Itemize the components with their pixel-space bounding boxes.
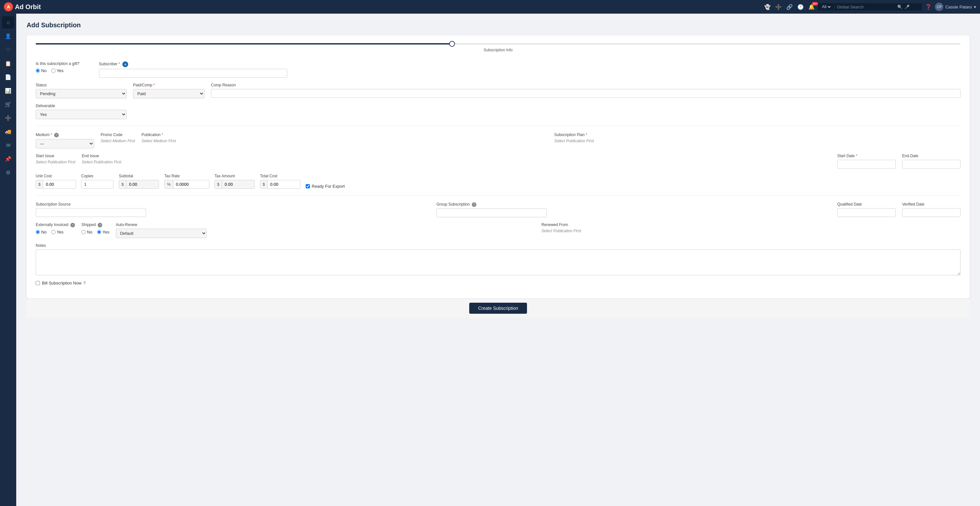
medium-help-icon[interactable]: ?	[54, 133, 59, 137]
search-input[interactable]	[837, 5, 895, 10]
shipped-no-option[interactable]: No	[81, 230, 92, 235]
verified-date-input[interactable]	[902, 209, 961, 217]
gift-yes-radio[interactable]	[51, 69, 56, 73]
subscriber-group: Subscriber * +	[99, 61, 961, 78]
start-date-input[interactable]	[838, 160, 896, 168]
bill-subscription-text: Bill Subscription Now	[42, 281, 81, 286]
subscription-source-input[interactable]	[36, 208, 146, 217]
subscriber-add-button[interactable]: +	[123, 61, 128, 67]
mic-icon[interactable]: 🎤	[904, 5, 910, 10]
copies-input[interactable]	[81, 180, 114, 189]
end-date-input[interactable]	[902, 160, 961, 168]
user-menu[interactable]: CP Cassie Pataro ▾	[935, 3, 976, 11]
gift-no-radio[interactable]	[36, 69, 40, 73]
subscriber-input[interactable]	[99, 69, 287, 78]
ext-invoiced-yes-option[interactable]: Yes	[51, 230, 64, 235]
help-icon[interactable]: ❓	[925, 4, 932, 10]
sidebar-item-settings[interactable]: ⚙	[2, 166, 14, 179]
shipped-no-radio[interactable]	[81, 230, 86, 234]
sidebar-item-home[interactable]: ⌂	[2, 16, 14, 29]
ext-invoiced-help-icon[interactable]: ?	[70, 223, 75, 227]
nav-add-icon[interactable]: ➕	[775, 4, 782, 10]
ready-for-export-label[interactable]: Ready For Export	[306, 184, 345, 189]
unit-cost-prefix: $	[36, 180, 43, 188]
medium-select[interactable]: — Print Digital	[36, 139, 94, 148]
gift-no-option[interactable]: No	[36, 68, 47, 73]
app-logo[interactable]: A Ad Orbit	[4, 2, 41, 11]
shipped-no-label: No	[87, 230, 92, 235]
ext-invoiced-yes-radio[interactable]	[51, 230, 56, 234]
bill-subscription-label[interactable]: Bill Subscription Now ?	[36, 281, 86, 286]
deliverable-select[interactable]: Yes No	[36, 110, 127, 119]
shipped-yes-option[interactable]: Yes	[97, 230, 109, 235]
sidebar-item-favorites[interactable]: ♡	[2, 43, 14, 56]
nav-notification-icon[interactable]: 🔔	[808, 4, 815, 10]
search-icon[interactable]: 🔍	[897, 5, 902, 10]
sidebar-item-delivery[interactable]: 🚚	[2, 125, 14, 138]
shipped-yes-radio[interactable]	[97, 230, 101, 234]
nav-history-icon[interactable]: 🕐	[797, 4, 804, 10]
sidebar-item-documents[interactable]: 📄	[2, 71, 14, 83]
search-filter-select[interactable]: All	[821, 4, 832, 10]
logo-text: Ad Orbit	[15, 3, 41, 11]
notes-textarea[interactable]	[36, 249, 961, 275]
tax-amount-input[interactable]	[222, 180, 255, 188]
divider-1	[36, 126, 961, 126]
total-cost-input[interactable]	[268, 180, 300, 188]
subscription-plan-group: Subscription Plan * Select Publication F…	[554, 132, 961, 143]
group-subscription-label: Group Subscription ?	[436, 202, 831, 207]
end-issue-hint: Select Publication First	[82, 160, 831, 164]
paid-comp-select[interactable]: Paid Comp	[133, 89, 204, 98]
end-issue-group: End Issue Select Publication First	[82, 153, 831, 164]
sidebar-item-mail[interactable]: ✉	[2, 139, 14, 152]
nav-link-icon[interactable]: 🔗	[786, 4, 793, 10]
ext-invoiced-no-option[interactable]: No	[36, 230, 47, 235]
sidebar-item-bookmarks[interactable]: 📌	[2, 153, 14, 165]
sidebar-item-cart[interactable]: 🛒	[2, 98, 14, 110]
auto-renew-select[interactable]: Default Yes No	[116, 229, 207, 238]
progress-track	[36, 43, 961, 45]
gift-no-label: No	[41, 68, 47, 73]
form-row-bill: Bill Subscription Now ?	[36, 281, 961, 286]
subscriber-required: *	[118, 62, 120, 66]
sidebar-item-add[interactable]: ➕	[2, 112, 14, 124]
tax-amount-input-wrap: $	[215, 180, 255, 189]
page-title: Add Subscription	[27, 21, 970, 29]
qualified-date-label: Qualified Date	[837, 202, 896, 207]
group-sub-help-icon[interactable]: ?	[472, 202, 476, 207]
subtotal-input[interactable]	[126, 180, 159, 188]
unit-cost-input[interactable]	[43, 180, 76, 188]
form-row-medium: Medium * ? — Print Digital Promo Code Se…	[36, 132, 961, 148]
group-subscription-input[interactable]	[436, 209, 547, 217]
ext-invoiced-radio-group: No Yes	[36, 230, 75, 235]
app-body: ⌂ 👤 ♡ 📋 📄 📊 🛒 ➕ 🚚 ✉ 📌 ⚙ Add Subscription…	[0, 14, 980, 506]
unit-cost-label: Unit Cost	[36, 174, 76, 178]
end-date-group: End Date 📅	[902, 153, 961, 169]
shipped-help-icon[interactable]: ?	[98, 223, 102, 227]
status-select[interactable]: Pending Active Inactive Cancelled	[36, 89, 127, 98]
start-date-group: Start Date * 📅	[837, 153, 896, 169]
sidebar-item-reports[interactable]: 📊	[2, 85, 14, 97]
tax-rate-input[interactable]	[173, 180, 209, 188]
gift-yes-option[interactable]: Yes	[51, 68, 64, 73]
create-subscription-button[interactable]: Create Subscription	[469, 303, 527, 314]
ext-invoiced-no-radio[interactable]	[36, 230, 40, 234]
ready-for-export-checkbox[interactable]	[306, 184, 310, 188]
status-group: Status Pending Active Inactive Cancelled	[36, 83, 127, 98]
search-divider: |	[834, 5, 835, 10]
gift-label: Is this subscription a gift?	[36, 61, 80, 66]
notes-group: Notes	[36, 243, 961, 275]
sidebar-item-contacts[interactable]: 👤	[2, 30, 14, 42]
status-label: Status	[36, 83, 127, 87]
externally-invoiced-label: Externally Invoiced ?	[36, 222, 75, 227]
form-row-invoiced: Externally Invoiced ? No Yes	[36, 222, 961, 238]
sidebar-item-orders[interactable]: 📋	[2, 57, 14, 70]
comp-reason-input[interactable]	[211, 89, 961, 98]
start-issue-label: Start Issue	[36, 153, 75, 158]
bill-subscription-checkbox[interactable]	[36, 281, 40, 285]
medium-group: Medium * ? — Print Digital	[36, 132, 94, 148]
nav-ghost-icon[interactable]: 👻	[764, 4, 771, 10]
qualified-date-input[interactable]	[838, 209, 896, 217]
gift-group: Is this subscription a gift? No Yes	[36, 61, 80, 73]
bill-subscription-help-icon[interactable]: ?	[83, 281, 86, 286]
